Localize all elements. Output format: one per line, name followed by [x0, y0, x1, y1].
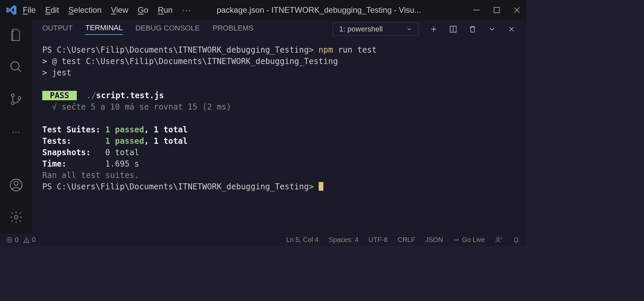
- svg-point-6: [11, 94, 14, 97]
- file-prefix: ./: [77, 91, 96, 100]
- feedback-icon[interactable]: [495, 236, 502, 244]
- source-control-icon[interactable]: [8, 91, 24, 107]
- menu-go[interactable]: Go: [138, 5, 148, 15]
- test-file: script.test.js: [96, 91, 164, 100]
- ran-line: Ran all test suites.: [42, 170, 516, 181]
- kill-terminal-button[interactable]: [468, 25, 477, 34]
- cursor: [319, 182, 323, 191]
- suites-label: Test Suites:: [42, 125, 105, 134]
- search-icon[interactable]: [8, 59, 24, 75]
- errors-count: 0: [15, 236, 18, 244]
- cmd-args: run test: [333, 45, 377, 55]
- status-bar: 0 0 Ln 5, Col 4 Spaces: 4 UTF-8 CRLF JSO…: [0, 233, 526, 246]
- suites-total: , 1 total: [144, 125, 187, 134]
- time-val: 1.695 s: [105, 159, 139, 169]
- svg-point-4: [11, 62, 19, 70]
- output-line: > @ test C:\Users\Filip\Documents\ITNETW…: [42, 56, 516, 67]
- accounts-icon[interactable]: [8, 177, 24, 193]
- prompt: PS C:\Users\Filip\Documents\ITNETWORK_de…: [42, 45, 319, 55]
- svg-point-23: [456, 239, 457, 240]
- panel: OUTPUT TERMINAL DEBUG CONSOLE PROBLEMS 1…: [32, 20, 526, 233]
- warnings-count: 0: [32, 236, 36, 244]
- terminal-selector[interactable]: 1: powershell: [333, 22, 419, 36]
- prompt: PS C:\Users\Filip\Documents\ITNETWORK_de…: [42, 182, 319, 191]
- svg-point-11: [14, 216, 18, 219]
- tests-label: Tests:: [42, 136, 105, 146]
- indentation[interactable]: Spaces: 4: [329, 236, 359, 244]
- encoding[interactable]: UTF-8: [369, 236, 388, 244]
- tab-debug-console[interactable]: DEBUG CONSOLE: [136, 24, 200, 35]
- tests-passed: 1 passed: [105, 136, 144, 146]
- new-terminal-button[interactable]: [429, 25, 438, 34]
- cmd-npm: npm: [319, 45, 333, 55]
- minimize-button[interactable]: [473, 6, 480, 14]
- window-title: package.json - ITNETWORK_debugging_Testi…: [165, 5, 473, 15]
- menu-selection[interactable]: Selection: [68, 5, 102, 15]
- go-live-label: Go Live: [462, 236, 485, 244]
- close-panel-button[interactable]: [507, 25, 516, 34]
- warning-triangle-icon: [23, 237, 30, 243]
- cursor-position[interactable]: Ln 5, Col 4: [286, 236, 319, 244]
- close-button[interactable]: [513, 6, 521, 14]
- titlebar: File Edit Selection View Go Run ··· pack…: [0, 0, 526, 20]
- terminal-body[interactable]: PS C:\Users\Filip\Documents\ITNETWORK_de…: [32, 38, 526, 233]
- menu-edit[interactable]: Edit: [45, 5, 59, 15]
- window-controls: [473, 6, 521, 14]
- maximize-panel-button[interactable]: [488, 25, 496, 34]
- svg-point-8: [18, 97, 20, 100]
- snapshots-val: 0 total: [105, 148, 139, 157]
- tab-terminal[interactable]: TERMINAL: [85, 23, 122, 35]
- time-label: Time:: [42, 159, 105, 169]
- panel-tabs: OUTPUT TERMINAL DEBUG CONSOLE PROBLEMS 1…: [32, 20, 526, 38]
- status-left: 0 0: [6, 236, 36, 244]
- notifications-bell-icon[interactable]: [513, 236, 520, 244]
- broadcast-icon: [453, 237, 460, 243]
- error-circle-icon: [6, 237, 13, 243]
- test-result-line: √ sečte 5 a 10 má se rovnat 15 (2 ms): [42, 101, 516, 113]
- chevron-down-icon: [406, 26, 412, 32]
- activity-bar: ···: [0, 20, 32, 233]
- svg-point-10: [14, 181, 18, 185]
- svg-point-7: [11, 102, 14, 105]
- tab-problems[interactable]: PROBLEMS: [213, 24, 254, 35]
- svg-line-5: [18, 69, 21, 72]
- go-live[interactable]: Go Live: [453, 236, 485, 244]
- maximize-button[interactable]: [493, 6, 500, 14]
- warnings-item[interactable]: 0: [23, 236, 36, 244]
- more-views-icon[interactable]: ···: [8, 123, 24, 139]
- tab-output[interactable]: OUTPUT: [42, 24, 72, 35]
- svg-point-24: [497, 237, 499, 240]
- settings-gear-icon[interactable]: [8, 209, 24, 225]
- eol[interactable]: CRLF: [397, 236, 415, 244]
- snapshots-label: Snapshots:: [42, 148, 105, 157]
- panel-controls: 1: powershell: [333, 22, 516, 36]
- language-mode[interactable]: JSON: [425, 236, 443, 244]
- errors-item[interactable]: 0: [6, 236, 18, 244]
- pass-badge: PASS: [42, 91, 77, 100]
- svg-point-22: [26, 241, 26, 242]
- explorer-icon[interactable]: [8, 27, 24, 43]
- menu-file[interactable]: File: [23, 5, 36, 15]
- suites-passed: 1 passed: [105, 125, 144, 134]
- split-terminal-button[interactable]: [449, 25, 458, 34]
- status-right: Ln 5, Col 4 Spaces: 4 UTF-8 CRLF JSON Go…: [286, 236, 520, 244]
- main-area: ··· OUTPUT TERMINAL DEBUG CONSOLE PROBLE…: [0, 20, 526, 233]
- menu-view[interactable]: View: [111, 5, 128, 15]
- output-line: > jest: [42, 67, 516, 78]
- terminal-name: 1: powershell: [339, 25, 383, 34]
- vscode-logo-icon: [5, 4, 17, 16]
- tests-total: , 1 total: [144, 136, 187, 146]
- svg-rect-1: [494, 7, 499, 13]
